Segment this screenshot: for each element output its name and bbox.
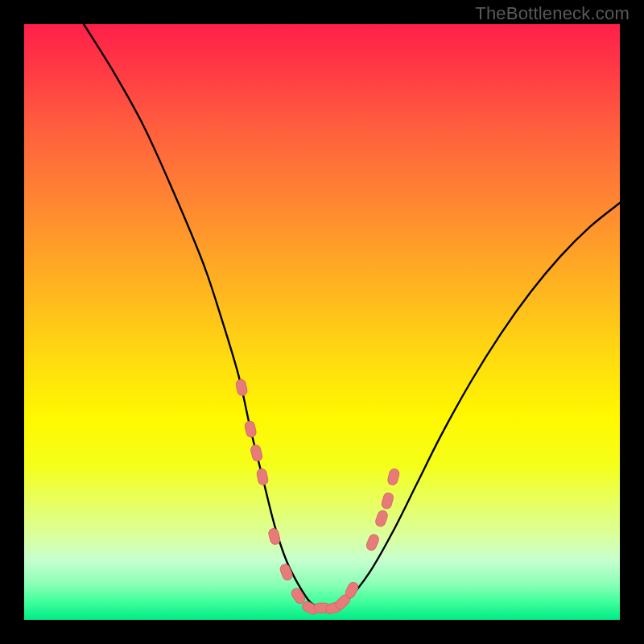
curve-marker xyxy=(256,468,269,485)
watermark-text: TheBottleneck.com xyxy=(475,3,630,24)
curve-marker xyxy=(381,492,394,510)
plot-area xyxy=(24,24,620,620)
curve-marker xyxy=(235,378,248,396)
curve-svg xyxy=(24,24,620,620)
chart-frame: TheBottleneck.com xyxy=(0,0,644,644)
curve-marker xyxy=(279,563,294,581)
curve-marker xyxy=(250,444,262,462)
curve-marker xyxy=(374,510,389,528)
curve-marker xyxy=(387,468,400,485)
curve-marker xyxy=(268,527,281,545)
curve-marker xyxy=(365,533,381,551)
marker-group xyxy=(235,378,400,616)
bottleneck-curve xyxy=(84,24,620,609)
curve-marker xyxy=(244,420,257,438)
